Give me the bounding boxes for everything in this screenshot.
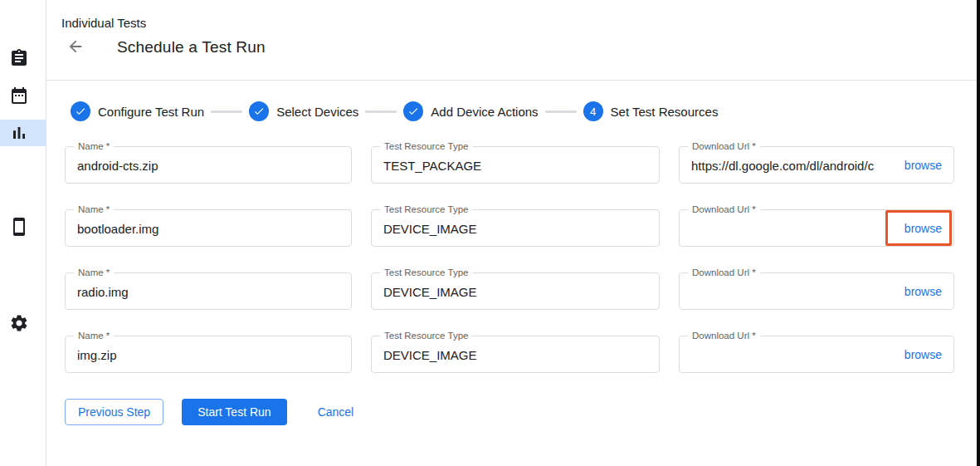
resource-type-input[interactable] (372, 336, 659, 372)
stepper-connector (211, 110, 242, 113)
main-content: Individual Tests Schedule a Test Run Con… (46, 0, 977, 466)
test-resources-form: Name * Test Resource Type Download Url *… (65, 146, 977, 373)
page-header: Individual Tests Schedule a Test Run (46, 0, 977, 81)
breadcrumb: Individual Tests (46, 0, 977, 30)
resource-type-input[interactable] (372, 147, 659, 183)
download-url-input[interactable] (680, 273, 901, 309)
resource-type-input[interactable] (372, 210, 659, 246)
smartphone-icon (9, 217, 29, 237)
name-input[interactable] (66, 273, 351, 309)
name-input[interactable] (66, 336, 351, 372)
sidebar-item-test-runs[interactable] (0, 120, 46, 146)
resource-type-field-label: Test Resource Type (380, 267, 472, 278)
resource-type-field[interactable]: Test Resource Type (371, 146, 660, 184)
back-button[interactable] (66, 37, 86, 57)
sidebar-item-settings[interactable] (0, 310, 46, 336)
resource-row-3: Name * Test Resource Type Download Url *… (65, 272, 977, 310)
download-url-field[interactable]: Download Url * browse (679, 209, 954, 247)
stepper-step-set-test-resources[interactable]: 4 Set Test Resources (583, 101, 719, 121)
name-field[interactable]: Name * (65, 272, 352, 310)
step-label: Set Test Resources (611, 105, 719, 119)
previous-step-button[interactable]: Previous Step (65, 399, 163, 425)
action-bar: Previous Step Start Test Run Cancel (65, 399, 977, 425)
app-window: Individual Tests Schedule a Test Run Con… (0, 0, 980, 466)
start-test-run-button[interactable]: Start Test Run (182, 399, 286, 425)
step-complete-circle (403, 101, 423, 121)
resource-type-field[interactable]: Test Resource Type (371, 336, 660, 373)
stepper-step-add-device-actions[interactable]: Add Device Actions (403, 101, 538, 121)
name-field-label: Name * (74, 331, 114, 341)
sidebar-item-devices[interactable] (0, 213, 46, 240)
check-icon (253, 105, 265, 117)
step-complete-circle (71, 101, 90, 121)
gear-icon (9, 313, 29, 333)
name-field-label: Name * (74, 267, 114, 278)
resource-type-field-label: Test Resource Type (380, 331, 472, 341)
stepper-connector (545, 110, 577, 113)
resource-row-2: Name * Test Resource Type Download Url *… (65, 209, 977, 247)
resource-type-field[interactable]: Test Resource Type (371, 272, 660, 310)
download-url-field-label: Download Url * (688, 267, 760, 278)
download-url-input[interactable] (680, 210, 901, 246)
assignment-icon (9, 48, 29, 68)
name-field[interactable]: Name * (65, 146, 352, 184)
step-active-circle: 4 (583, 101, 603, 121)
step-label: Add Device Actions (431, 105, 538, 119)
resource-type-field-label: Test Resource Type (380, 204, 472, 215)
download-url-field-label: Download Url * (688, 141, 760, 152)
stepper-connector (365, 110, 397, 113)
step-label: Select Devices (276, 105, 358, 119)
resource-type-field[interactable]: Test Resource Type (371, 209, 660, 247)
browse-link-row-1[interactable]: browse (904, 159, 942, 172)
step-label: Configure Test Run (98, 105, 204, 119)
calendar-icon (9, 86, 29, 105)
stepper-step-select-devices[interactable]: Select Devices (249, 101, 358, 121)
resource-type-field-label: Test Resource Type (380, 141, 472, 152)
bar-chart-icon (9, 123, 29, 143)
download-url-field-label: Download Url * (688, 331, 760, 341)
browse-link-row-4[interactable]: browse (904, 348, 942, 361)
name-field[interactable]: Name * (65, 209, 352, 247)
browse-link-row-3[interactable]: browse (904, 285, 942, 298)
name-input[interactable] (66, 210, 351, 246)
stepper: Configure Test Run Select Devices Add De… (71, 101, 977, 121)
download-url-field-label: Download Url * (688, 204, 760, 215)
download-url-input[interactable] (680, 147, 901, 183)
right-edge-bar (977, 0, 980, 466)
resource-type-input[interactable] (372, 273, 659, 309)
download-url-field[interactable]: Download Url * browse (679, 146, 954, 184)
step-complete-circle (249, 101, 269, 121)
sidebar (0, 0, 46, 466)
stepper-step-configure-test-run[interactable]: Configure Test Run (71, 101, 204, 121)
download-url-field[interactable]: Download Url * browse (679, 272, 954, 310)
download-url-input[interactable] (680, 336, 901, 372)
check-icon (407, 105, 419, 117)
cancel-button[interactable]: Cancel (318, 405, 354, 419)
browse-link-row-2[interactable]: browse (904, 222, 942, 235)
name-field-label: Name * (74, 141, 114, 152)
resource-row-4: Name * Test Resource Type Download Url *… (65, 336, 977, 373)
check-icon (75, 105, 86, 117)
sidebar-item-tests[interactable] (0, 45, 46, 71)
arrow-back-icon (66, 37, 85, 56)
name-field-label: Name * (74, 204, 114, 215)
name-input[interactable] (66, 147, 351, 183)
resource-row-1: Name * Test Resource Type Download Url *… (65, 146, 977, 184)
name-field[interactable]: Name * (65, 336, 352, 373)
sidebar-item-test-plans[interactable] (0, 82, 46, 109)
page-title: Schedule a Test Run (117, 38, 266, 56)
download-url-field[interactable]: Download Url * browse (679, 336, 954, 373)
step-number: 4 (590, 105, 596, 118)
